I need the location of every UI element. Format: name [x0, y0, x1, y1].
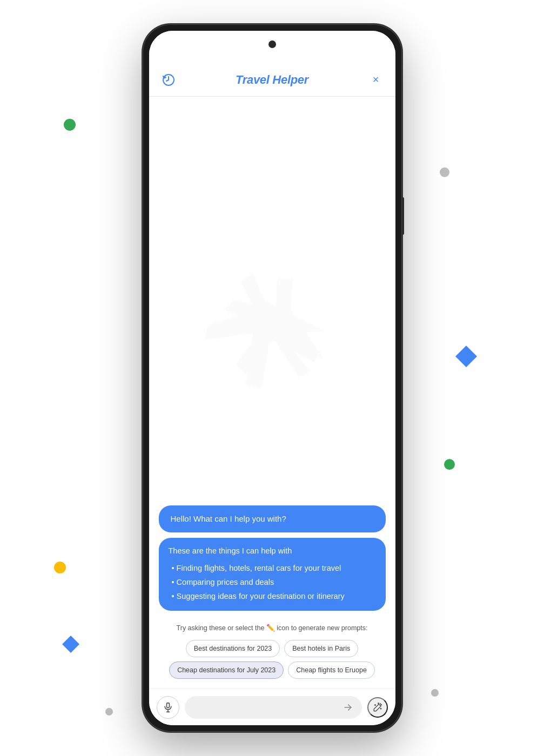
- svg-point-8: [378, 703, 379, 704]
- decorative-dot-gray-right: [440, 167, 449, 177]
- chip-cheap-flights[interactable]: Cheap flights to Eruope: [288, 662, 375, 679]
- chip-cheap-destinations[interactable]: Cheap destinations for July 2023: [169, 662, 284, 679]
- status-bar: [149, 31, 395, 63]
- chip-best-destinations[interactable]: Best destinations for 2023: [186, 640, 280, 657]
- capabilities-message: These are the things I can help with Fin…: [159, 538, 386, 611]
- svg-point-6: [374, 704, 375, 705]
- decorative-dot-green-top: [64, 119, 76, 131]
- capabilities-intro: These are the things I can help with: [169, 545, 376, 557]
- send-icon: [342, 702, 353, 713]
- chips-row-1: Best destinations for 2023 Best hotels i…: [158, 640, 387, 657]
- capabilities-list: Finding flights, hotels, rental cars for…: [169, 562, 376, 603]
- generate-prompts-button[interactable]: [367, 697, 388, 718]
- greeting-message: Hello! What can I help you with?: [159, 505, 386, 533]
- phone-frame: Travel Helper × Hello! What can I help y…: [143, 24, 402, 732]
- capability-item-3: Suggesting ideas for your destination or…: [172, 590, 376, 604]
- suggestion-hint: Try asking these or select the ✏️ icon t…: [158, 623, 387, 633]
- chips-row-2: Cheap destinations for July 2023 Cheap f…: [158, 662, 387, 679]
- capability-item-1: Finding flights, hotels, rental cars for…: [172, 562, 376, 576]
- chat-area: Hello! What can I help you with? These a…: [149, 97, 395, 619]
- history-button[interactable]: [161, 72, 176, 87]
- decorative-dot-gray-bottom: [431, 689, 439, 697]
- microphone-icon: [163, 702, 173, 713]
- wand-hint-icon: ✏️: [266, 623, 275, 633]
- capability-item-2: Comparing prices and deals: [172, 576, 376, 590]
- send-button[interactable]: [342, 702, 353, 713]
- app-header: Travel Helper ×: [149, 63, 395, 97]
- svg-point-7: [380, 708, 381, 709]
- phone-screen: Travel Helper × Hello! What can I help y…: [149, 31, 395, 725]
- input-bar: [149, 688, 395, 725]
- chat-messages: Hello! What can I help you with? These a…: [149, 495, 395, 620]
- camera-dot: [268, 40, 276, 48]
- chat-input[interactable]: [193, 703, 342, 712]
- decorative-dot-gray-bottom-left: [105, 708, 113, 716]
- app-title: Travel Helper: [236, 73, 308, 87]
- decorative-diamond-right: [455, 346, 475, 365]
- microphone-button[interactable]: [157, 696, 179, 719]
- svg-rect-1: [166, 703, 169, 707]
- airplane-watermark: [197, 267, 348, 418]
- wand-icon: [373, 703, 382, 712]
- decorative-dot-yellow-left: [54, 562, 66, 573]
- decorative-diamond-left: [62, 636, 77, 651]
- text-input-wrap[interactable]: [185, 696, 362, 719]
- close-button[interactable]: ×: [368, 72, 383, 87]
- decorative-dot-green-right: [444, 459, 455, 470]
- chip-best-hotels[interactable]: Best hotels in Paris: [284, 640, 358, 657]
- suggestions-area: Try asking these or select the ✏️ icon t…: [149, 619, 395, 688]
